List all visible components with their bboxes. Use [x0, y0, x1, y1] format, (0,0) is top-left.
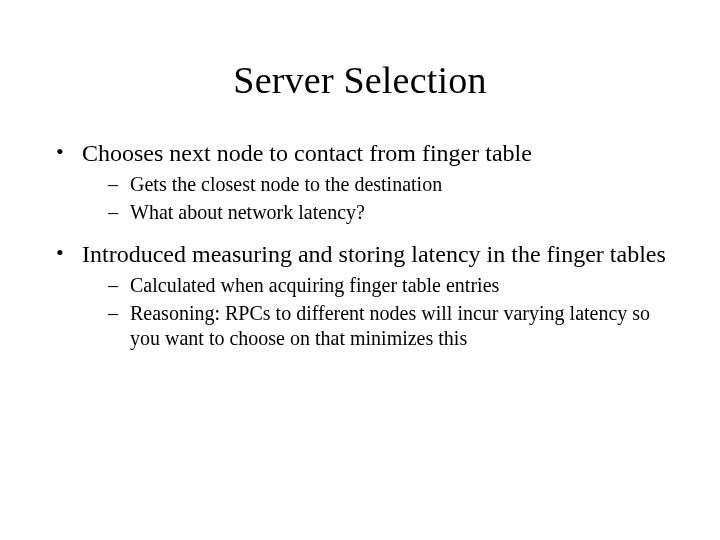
slide-title: Server Selection	[0, 0, 720, 102]
sub-bullet-text: Gets the closest node to the destination	[130, 173, 442, 195]
bullet-list: Chooses next node to contact from finger…	[50, 138, 670, 352]
sub-bullet-text: What about network latency?	[130, 201, 365, 223]
bullet-text: Introduced measuring and storing latency…	[82, 241, 666, 267]
slide: Server Selection Chooses next node to co…	[0, 0, 720, 540]
sub-bullet-text: Reasoning: RPCs to different nodes will …	[130, 302, 650, 350]
slide-content: Chooses next node to contact from finger…	[0, 102, 720, 352]
list-item: Gets the closest node to the destination	[108, 172, 670, 198]
list-item: Introduced measuring and storing latency…	[50, 239, 670, 352]
list-item: What about network latency?	[108, 200, 670, 226]
bullet-text: Chooses next node to contact from finger…	[82, 140, 532, 166]
sub-bullet-list: Calculated when acquiring finger table e…	[82, 273, 670, 352]
list-item: Calculated when acquiring finger table e…	[108, 273, 670, 299]
list-item: Chooses next node to contact from finger…	[50, 138, 670, 225]
list-item: Reasoning: RPCs to different nodes will …	[108, 301, 670, 352]
sub-bullet-list: Gets the closest node to the destination…	[82, 172, 670, 225]
sub-bullet-text: Calculated when acquiring finger table e…	[130, 274, 499, 296]
